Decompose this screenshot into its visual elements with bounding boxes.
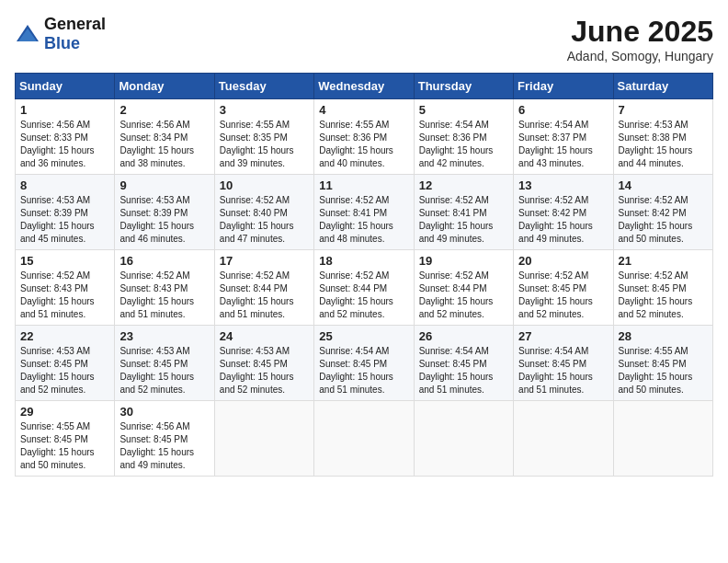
sunset-label: Sunset: 8:36 PM bbox=[419, 132, 487, 143]
sunrise-label: Sunrise: 4:54 AM bbox=[518, 346, 588, 356]
daylight-minutes: and 52 minutes. bbox=[518, 309, 584, 319]
daylight-minutes: and 52 minutes. bbox=[20, 385, 85, 395]
day-number: 19 bbox=[419, 254, 508, 268]
day-info: Sunrise: 4:53 AM Sunset: 8:45 PM Dayligh… bbox=[119, 345, 209, 396]
calendar-cell: 29 Sunrise: 4:55 AM Sunset: 8:45 PM Dayl… bbox=[16, 401, 115, 477]
daylight-label: Daylight: 15 hours bbox=[119, 296, 194, 306]
sunrise-label: Sunrise: 4:56 AM bbox=[119, 120, 189, 130]
daylight-label: Daylight: 15 hours bbox=[220, 145, 294, 155]
day-number: 22 bbox=[20, 329, 109, 343]
day-number: 13 bbox=[518, 178, 608, 192]
calendar-cell: 7 Sunrise: 4:53 AM Sunset: 8:38 PM Dayli… bbox=[613, 99, 712, 175]
day-number: 21 bbox=[619, 254, 708, 268]
title-area: June 2025 Adand, Somogy, Hungary bbox=[567, 15, 713, 63]
day-info: Sunrise: 4:52 AM Sunset: 8:44 PM Dayligh… bbox=[419, 270, 508, 321]
sunrise-label: Sunrise: 4:54 AM bbox=[319, 346, 389, 356]
sunrise-label: Sunrise: 4:52 AM bbox=[220, 270, 290, 281]
daylight-label: Daylight: 15 hours bbox=[419, 372, 494, 382]
day-number: 18 bbox=[319, 254, 408, 268]
sunset-label: Sunset: 8:45 PM bbox=[20, 359, 88, 369]
calendar-cell: 10 Sunrise: 4:52 AM Sunset: 8:40 PM Dayl… bbox=[214, 175, 313, 250]
day-number: 5 bbox=[419, 103, 508, 117]
daylight-minutes: and 49 minutes. bbox=[419, 234, 484, 244]
calendar-cell bbox=[214, 401, 313, 477]
daylight-label: Daylight: 15 hours bbox=[518, 372, 593, 382]
daylight-label: Daylight: 15 hours bbox=[119, 447, 194, 457]
calendar-cell: 24 Sunrise: 4:53 AM Sunset: 8:45 PM Dayl… bbox=[214, 326, 313, 401]
day-number: 14 bbox=[619, 178, 708, 192]
day-info: Sunrise: 4:56 AM Sunset: 8:45 PM Dayligh… bbox=[119, 420, 209, 472]
daylight-label: Daylight: 15 hours bbox=[419, 145, 494, 155]
sunset-label: Sunset: 8:45 PM bbox=[20, 434, 88, 444]
day-info: Sunrise: 4:53 AM Sunset: 8:38 PM Dayligh… bbox=[619, 119, 708, 170]
sunrise-label: Sunrise: 4:52 AM bbox=[419, 195, 489, 205]
calendar-cell: 30 Sunrise: 4:56 AM Sunset: 8:45 PM Dayl… bbox=[115, 401, 214, 477]
day-info: Sunrise: 4:52 AM Sunset: 8:41 PM Dayligh… bbox=[419, 194, 508, 246]
daylight-label: Daylight: 15 hours bbox=[119, 372, 194, 382]
logo-text: General Blue bbox=[44, 15, 106, 53]
sunset-label: Sunset: 8:39 PM bbox=[119, 208, 188, 218]
day-info: Sunrise: 4:53 AM Sunset: 8:39 PM Dayligh… bbox=[20, 194, 109, 246]
daylight-label: Daylight: 15 hours bbox=[619, 296, 693, 306]
calendar-week-row: 15 Sunrise: 4:52 AM Sunset: 8:43 PM Dayl… bbox=[16, 250, 713, 326]
daylight-label: Daylight: 15 hours bbox=[119, 221, 194, 231]
calendar-cell: 21 Sunrise: 4:52 AM Sunset: 8:45 PM Dayl… bbox=[613, 250, 712, 326]
day-info: Sunrise: 4:52 AM Sunset: 8:42 PM Dayligh… bbox=[518, 194, 608, 246]
calendar-cell: 27 Sunrise: 4:54 AM Sunset: 8:45 PM Dayl… bbox=[514, 326, 613, 401]
calendar-cell: 17 Sunrise: 4:52 AM Sunset: 8:44 PM Dayl… bbox=[214, 250, 313, 326]
sunrise-label: Sunrise: 4:53 AM bbox=[20, 195, 90, 205]
sunset-label: Sunset: 8:44 PM bbox=[220, 283, 288, 293]
day-info: Sunrise: 4:52 AM Sunset: 8:45 PM Dayligh… bbox=[619, 270, 708, 321]
day-number: 27 bbox=[518, 329, 608, 343]
day-number: 24 bbox=[220, 329, 309, 343]
sunset-label: Sunset: 8:40 PM bbox=[220, 208, 288, 218]
calendar-cell: 18 Sunrise: 4:52 AM Sunset: 8:44 PM Dayl… bbox=[314, 250, 414, 326]
day-number: 2 bbox=[119, 103, 209, 117]
logo-blue: Blue bbox=[44, 34, 80, 52]
daylight-minutes: and 51 minutes. bbox=[319, 385, 384, 395]
day-info: Sunrise: 4:52 AM Sunset: 8:43 PM Dayligh… bbox=[20, 270, 109, 321]
day-number: 4 bbox=[319, 103, 408, 117]
daylight-minutes: and 50 minutes. bbox=[619, 385, 684, 395]
sunrise-label: Sunrise: 4:53 AM bbox=[220, 346, 290, 356]
sunset-label: Sunset: 8:36 PM bbox=[319, 132, 387, 143]
daylight-minutes: and 50 minutes. bbox=[20, 460, 85, 470]
day-number: 6 bbox=[518, 103, 608, 117]
calendar-cell: 19 Sunrise: 4:52 AM Sunset: 8:44 PM Dayl… bbox=[414, 250, 513, 326]
daylight-label: Daylight: 15 hours bbox=[20, 372, 95, 382]
day-info: Sunrise: 4:54 AM Sunset: 8:45 PM Dayligh… bbox=[419, 345, 508, 396]
daylight-minutes: and 52 minutes. bbox=[119, 385, 185, 395]
day-number: 15 bbox=[20, 254, 109, 268]
calendar-cell: 11 Sunrise: 4:52 AM Sunset: 8:41 PM Dayl… bbox=[314, 175, 414, 250]
calendar-cell: 13 Sunrise: 4:52 AM Sunset: 8:42 PM Dayl… bbox=[514, 175, 613, 250]
day-info: Sunrise: 4:52 AM Sunset: 8:42 PM Dayligh… bbox=[619, 194, 708, 246]
daylight-minutes: and 52 minutes. bbox=[220, 385, 285, 395]
day-info: Sunrise: 4:52 AM Sunset: 8:40 PM Dayligh… bbox=[220, 194, 309, 246]
daylight-minutes: and 45 minutes. bbox=[20, 234, 85, 244]
day-number: 17 bbox=[220, 254, 309, 268]
calendar-cell bbox=[613, 401, 712, 477]
sunrise-label: Sunrise: 4:54 AM bbox=[518, 120, 588, 130]
sunrise-label: Sunrise: 4:52 AM bbox=[419, 270, 489, 281]
sunrise-label: Sunrise: 4:52 AM bbox=[319, 270, 389, 281]
daylight-minutes: and 43 minutes. bbox=[518, 158, 584, 168]
logo: General Blue bbox=[15, 15, 106, 53]
day-info: Sunrise: 4:53 AM Sunset: 8:39 PM Dayligh… bbox=[119, 194, 209, 246]
calendar-cell: 14 Sunrise: 4:52 AM Sunset: 8:42 PM Dayl… bbox=[613, 175, 712, 250]
calendar-cell: 4 Sunrise: 4:55 AM Sunset: 8:36 PM Dayli… bbox=[314, 99, 414, 175]
sunrise-label: Sunrise: 4:53 AM bbox=[119, 195, 189, 205]
daylight-label: Daylight: 15 hours bbox=[319, 145, 393, 155]
calendar-cell: 3 Sunrise: 4:55 AM Sunset: 8:35 PM Dayli… bbox=[214, 99, 313, 175]
calendar-cell: 22 Sunrise: 4:53 AM Sunset: 8:45 PM Dayl… bbox=[16, 326, 115, 401]
daylight-label: Daylight: 15 hours bbox=[20, 221, 95, 231]
day-number: 9 bbox=[119, 178, 209, 192]
daylight-minutes: and 36 minutes. bbox=[20, 158, 85, 168]
day-info: Sunrise: 4:53 AM Sunset: 8:45 PM Dayligh… bbox=[220, 345, 309, 396]
calendar-cell bbox=[414, 401, 513, 477]
calendar-cell: 26 Sunrise: 4:54 AM Sunset: 8:45 PM Dayl… bbox=[414, 326, 513, 401]
daylight-minutes: and 52 minutes. bbox=[619, 309, 684, 319]
day-info: Sunrise: 4:52 AM Sunset: 8:45 PM Dayligh… bbox=[518, 270, 608, 321]
day-number: 29 bbox=[20, 405, 109, 419]
day-number: 28 bbox=[619, 329, 708, 343]
sunset-label: Sunset: 8:34 PM bbox=[119, 132, 188, 143]
